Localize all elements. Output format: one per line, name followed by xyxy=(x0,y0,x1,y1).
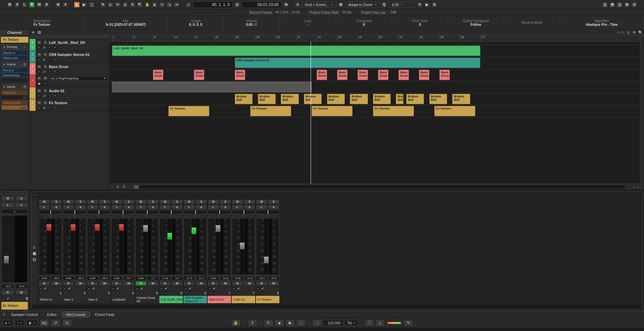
strip-monitor-icon[interactable]: ● xyxy=(135,286,139,290)
track-read-button[interactable]: R xyxy=(37,76,42,81)
audio-clip[interactable]: Fx Texture xyxy=(312,106,353,116)
track-record-icon[interactable]: ● xyxy=(37,106,41,110)
track-solo-button[interactable]: S xyxy=(43,52,48,57)
track-lane-icon[interactable]: ∞ xyxy=(58,94,62,98)
audio-clip[interactable]: Bass Drum xyxy=(153,70,163,80)
pan-law-value[interactable]: -3dB xyxy=(389,10,396,15)
stop-button[interactable]: ■ xyxy=(275,319,284,327)
strip-peak-value[interactable]: -38.4 xyxy=(75,276,87,280)
routing-header[interactable]: Routing↔ xyxy=(1,44,28,50)
time-format-button[interactable]: ⇆ xyxy=(283,2,289,8)
quantize-reset-button[interactable]: ⊘ xyxy=(431,2,437,8)
strip-write-button[interactable]: W xyxy=(99,281,110,286)
timeline-ruler[interactable]: 15913172125293337414549535761656973 xyxy=(109,36,640,42)
quantize-icon[interactable]: Q xyxy=(381,2,387,8)
strip-peak-value[interactable]: -1.7 xyxy=(147,276,159,280)
track-search-button[interactable]: 🔍 xyxy=(638,30,643,35)
record-button[interactable]: ○ xyxy=(296,319,306,327)
track-row[interactable]: ♪4 M S Lofi_Synth_Shot_D# ● 🔊 e ❄ ∞ xyxy=(30,39,109,51)
click-pattern-button[interactable]: ✎ xyxy=(404,319,413,327)
strip-name[interactable]: Bass Drum xyxy=(208,296,231,303)
timecode-display[interactable]: 00:01:20:00 xyxy=(241,1,282,8)
audio-clip[interactable]: Broken Bell xyxy=(452,94,470,104)
strip-fader[interactable]: 605101520304000 606121824304000 xyxy=(232,218,255,275)
channel-listen-button[interactable]: L xyxy=(1,202,14,208)
audio-clip[interactable]: Broken Bell xyxy=(396,94,404,104)
mute-tool-button[interactable]: ✕ xyxy=(129,2,136,8)
track-row[interactable]: ♪7 M S Audio 01 ● 🔊 e ❄ ∞ xyxy=(30,87,109,99)
algorithm-value[interactable]: élastique Pro - Time xyxy=(586,23,618,26)
track-row[interactable]: ♪8 M S Fx Texture ● 🔊 e ❄ ∞ xyxy=(30,99,109,111)
strip-name[interactable]: Fx Texture xyxy=(256,296,279,303)
strip-read-button[interactable]: R xyxy=(232,281,243,286)
strip-gain-value[interactable]: 0.00 xyxy=(135,276,147,280)
level-meter[interactable] xyxy=(387,322,401,324)
audio-clip[interactable]: Fx Texture xyxy=(373,106,414,116)
arrange-area[interactable]: 15913172125293337414549535761656973 Lofi… xyxy=(109,36,640,190)
ruler-tick[interactable]: 53 xyxy=(378,36,382,41)
track-bypass-button[interactable]: ▣ xyxy=(37,81,42,86)
track-mute-button[interactable]: M xyxy=(37,101,42,105)
pointer-tool-button[interactable]: ▶ xyxy=(81,2,87,8)
audio-clip[interactable]: Bass Drum xyxy=(194,70,204,80)
strip-gain-value[interactable]: 0.00 xyxy=(208,276,219,280)
strip-link-icon[interactable]: ∞ xyxy=(188,291,192,295)
metronome-dropdown[interactable]: ◐ xyxy=(26,320,38,326)
send-value[interactable]: -oo xyxy=(1,95,28,100)
strip-input-icon[interactable]: ⇥ xyxy=(232,291,236,295)
strip-speaker-icon[interactable]: 🔊 xyxy=(92,286,96,290)
track-solo-button[interactable]: S xyxy=(43,40,48,45)
strip-speaker-icon[interactable]: 🔊 xyxy=(236,286,240,290)
strip-read-button[interactable]: R xyxy=(208,281,219,286)
strip-pan[interactable] xyxy=(39,210,62,214)
setup-layout-button[interactable]: ⊡ xyxy=(631,2,637,8)
mix-view-inserts-button[interactable]: ▤ xyxy=(32,251,37,256)
arrange-row[interactable] xyxy=(109,81,640,93)
position-display[interactable]: 40. 1. 1. 0 xyxy=(193,1,233,8)
strip-listen-button[interactable]: L xyxy=(208,205,219,209)
strip-fader[interactable]: 605101520304000 606121824304000 xyxy=(135,218,159,275)
track-monitor-icon[interactable]: 🔊 xyxy=(42,58,46,62)
strip-speaker-icon[interactable]: 🔊 xyxy=(212,286,216,290)
strip-peak-value[interactable]: -2.1 xyxy=(171,276,183,280)
send-slot[interactable]: Concert verb xyxy=(1,100,28,105)
strip-monitor-icon[interactable]: ● xyxy=(232,286,236,290)
arrange-row[interactable]: Lofi_Synth_Shot_D# xyxy=(109,45,640,57)
description-value[interactable]: Fx Texture xyxy=(34,23,50,26)
track-freeze-icon[interactable]: ❄ xyxy=(53,106,57,110)
lock-dropdown[interactable] xyxy=(242,321,247,325)
strip-name[interactable]: Loopback xyxy=(111,296,135,303)
strip-link-icon[interactable]: ∞ xyxy=(67,291,71,295)
strip-peak-value[interactable]: -11.6 xyxy=(244,276,256,280)
strip-read-button[interactable]: R xyxy=(63,281,74,286)
strip-mute-button[interactable]: M xyxy=(87,199,98,204)
strip-speaker-icon[interactable]: 🔊 xyxy=(164,286,168,290)
track-monitor-icon[interactable]: 🔊 xyxy=(42,46,46,50)
track-name-label[interactable]: Audio 01 xyxy=(49,89,64,93)
track-preset-button[interactable]: ⊡ xyxy=(37,30,42,35)
audio-clip[interactable]: CR8 Sampler Stereo 01 xyxy=(235,58,480,68)
strip-input-icon[interactable]: ⇥ xyxy=(87,291,91,295)
horizontal-scrollbar[interactable] xyxy=(134,185,625,189)
note-icon[interactable]: ♩ xyxy=(185,2,191,8)
track-record-icon[interactable]: ● xyxy=(37,70,41,74)
track-freeze-icon[interactable]: ❄ xyxy=(53,58,57,62)
window-layout-button[interactable]: ⊞ xyxy=(624,2,630,8)
warp-tool-button[interactable]: ∿ xyxy=(159,2,165,8)
strip-link-icon[interactable]: ∞ xyxy=(261,291,265,295)
strip-edit-button[interactable]: e xyxy=(123,205,135,209)
strip-peak-value[interactable]: -11.1 xyxy=(196,276,207,280)
track-color-indicator[interactable]: ♪7 xyxy=(30,87,36,99)
line-tool-button[interactable]: ↘ xyxy=(166,2,172,8)
strip-listen-button[interactable]: L xyxy=(39,205,50,209)
channel-pan[interactable]: C xyxy=(1,209,28,214)
track-insert-label[interactable]: Ins:1:PingPongDelay ▼ xyxy=(49,76,108,81)
strip-link-icon[interactable]: ∞ xyxy=(140,291,144,295)
strip-write-button[interactable]: W xyxy=(268,281,279,286)
strip-link-icon[interactable]: ∞ xyxy=(43,291,47,295)
strip-mute-button[interactable]: M xyxy=(256,199,267,204)
ruler-tick[interactable]: 69 xyxy=(460,36,464,41)
strip-monitor-icon[interactable]: ● xyxy=(39,286,43,290)
track-edit-icon[interactable]: e xyxy=(48,58,52,62)
strip-gain-value[interactable]: 0.00 xyxy=(39,276,50,280)
